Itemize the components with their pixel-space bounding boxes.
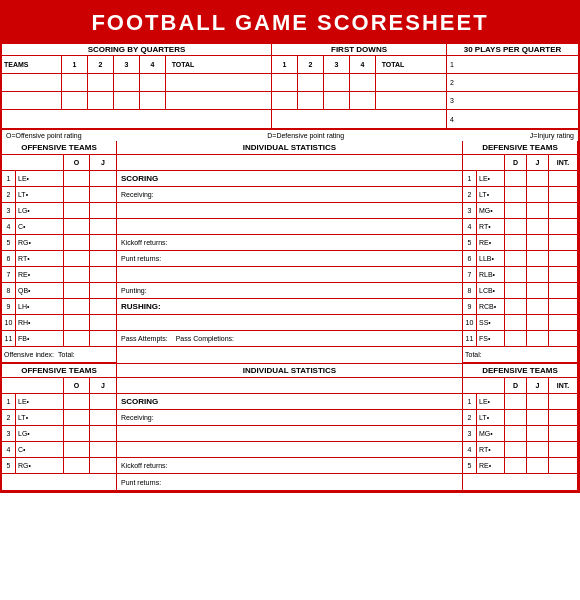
scoring-label-2: SCORING bbox=[117, 394, 462, 410]
second-team-section: OFFENSIVE TEAMS O J 1 LE• 2 LT• 3 LG• bbox=[2, 364, 578, 491]
def2-player-4: 4 RT• bbox=[463, 442, 577, 458]
scoring-section: SCORING BY QUARTERS TEAMS 1 2 3 4 TOTAL bbox=[2, 44, 578, 129]
q4-header: 4 bbox=[140, 56, 166, 73]
team1-q1[interactable] bbox=[62, 74, 88, 91]
def-player-2: 2 LT• bbox=[463, 187, 577, 203]
def-player-7: 7 RLB• bbox=[463, 267, 577, 283]
defensive-index-row: Total: bbox=[463, 347, 577, 363]
off-player-8: 8 QB• bbox=[2, 283, 116, 299]
team1-fd-q1[interactable] bbox=[272, 74, 298, 91]
off-player-7: 7 RE• bbox=[2, 267, 116, 283]
scoring-header: SCORING BY QUARTERS bbox=[2, 44, 271, 56]
fd-q1-header: 1 bbox=[272, 56, 298, 73]
kickoff-returns-label: Kickoff returns: bbox=[117, 235, 462, 251]
off-player-3: 3 LG• bbox=[2, 203, 116, 219]
total-header: TOTAL bbox=[166, 56, 200, 73]
fd-header-row: 1 2 3 4 TOTAL bbox=[272, 56, 446, 74]
team1-q4[interactable] bbox=[140, 74, 166, 91]
off2-player-4: 4 C• bbox=[2, 442, 116, 458]
def-player-4: 4 RT• bbox=[463, 219, 577, 235]
team1-fd-q2[interactable] bbox=[298, 74, 324, 91]
q1-header: 1 bbox=[62, 56, 88, 73]
team1-fd-q3[interactable] bbox=[324, 74, 350, 91]
off-j-col: J bbox=[90, 155, 116, 170]
plays-row-1: 1 bbox=[447, 56, 578, 74]
fd-total-header: TOTAL bbox=[376, 56, 410, 73]
main-stats-section: OFFENSIVE TEAMS O J 1 LE• 2 LT• 3 bbox=[2, 141, 578, 364]
q2-header: 2 bbox=[88, 56, 114, 73]
team1-fd-total[interactable] bbox=[376, 74, 410, 91]
team2-name[interactable] bbox=[2, 92, 62, 109]
indiv-spacer bbox=[117, 155, 462, 171]
scoring-label: SCORING bbox=[117, 171, 462, 187]
defensive-teams-col: DEFENSIVE TEAMS D J INT. 1 LE• 2 LT• bbox=[463, 141, 578, 363]
offensive-header: OFFENSIVE TEAMS bbox=[2, 141, 116, 155]
off-player-9: 9 LH• bbox=[2, 299, 116, 315]
team2-q2[interactable] bbox=[88, 92, 114, 109]
team2-fd-q2[interactable] bbox=[298, 92, 324, 109]
team2-score-row bbox=[2, 92, 271, 110]
def-player-9: 9 RCB• bbox=[463, 299, 577, 315]
def-player-5: 5 RE• bbox=[463, 235, 577, 251]
off-teams-2: OFFENSIVE TEAMS O J 1 LE• 2 LT• 3 LG• bbox=[2, 364, 117, 490]
off2-player-1: 1 LE• bbox=[2, 394, 116, 410]
off2-player-5: 5 RG• bbox=[2, 458, 116, 474]
individual-header: INDIVIDUAL STATISTICS bbox=[117, 141, 462, 155]
receiving-label: Receiving: bbox=[117, 187, 462, 203]
off-player-11: 11 FB• bbox=[2, 331, 116, 347]
teams-col-header: TEAMS bbox=[2, 56, 62, 73]
score-header-row: TEAMS 1 2 3 4 TOTAL bbox=[2, 56, 271, 74]
off-player-1: 1 LE• bbox=[2, 171, 116, 187]
def-header-2: DEFENSIVE TEAMS bbox=[463, 364, 577, 378]
rushing-label: RUSHING: bbox=[117, 299, 462, 315]
j-legend: J=Injury rating bbox=[530, 132, 574, 139]
team2-q3[interactable] bbox=[114, 92, 140, 109]
fd-q4-header: 4 bbox=[350, 56, 376, 73]
offensive-teams-col: OFFENSIVE TEAMS O J 1 LE• 2 LT• 3 bbox=[2, 141, 117, 363]
team2-total[interactable] bbox=[166, 92, 200, 109]
team1-total[interactable] bbox=[166, 74, 200, 91]
d-legend: D=Defensive point rating bbox=[267, 132, 344, 139]
team2-q4[interactable] bbox=[140, 92, 166, 109]
def-player-10: 10 SS• bbox=[463, 315, 577, 331]
scoring-by-quarters: SCORING BY QUARTERS TEAMS 1 2 3 4 TOTAL bbox=[2, 44, 272, 128]
def-j-col: J bbox=[527, 155, 549, 170]
kickoff-returns-label-2: Kickoff returns: bbox=[117, 458, 462, 474]
def-d-col: D bbox=[505, 155, 527, 170]
fd-q2-header: 2 bbox=[298, 56, 324, 73]
indiv-blank-1 bbox=[117, 203, 462, 219]
page-title: FOOTBALL GAME SCORESHEET bbox=[2, 2, 578, 44]
team2-fd-total[interactable] bbox=[376, 92, 410, 109]
def2-player-3: 3 MG• bbox=[463, 426, 577, 442]
plays-header: 30 PLAYS PER QUARTER bbox=[447, 44, 578, 56]
team1-fd-q4[interactable] bbox=[350, 74, 376, 91]
individual-stats-2: INDIVIDUAL STATISTICS SCORING Receiving:… bbox=[117, 364, 463, 490]
def-int-col: INT. bbox=[549, 155, 577, 170]
punt-returns-label-2: Punt returns: bbox=[117, 474, 462, 490]
indiv-blank-3 bbox=[117, 267, 462, 283]
team1-fd-row bbox=[272, 74, 446, 92]
team2-fd-q3[interactable] bbox=[324, 92, 350, 109]
def-teams-2: DEFENSIVE TEAMS D J INT. 1 LE• 2 LT• bbox=[463, 364, 578, 490]
punting-label: Punting: bbox=[117, 283, 462, 299]
team2-fd-q4[interactable] bbox=[350, 92, 376, 109]
plays-num-4: 4 bbox=[447, 116, 457, 123]
plays-per-quarter-section: 30 PLAYS PER QUARTER 1 2 3 4 bbox=[447, 44, 578, 128]
fd-q3-header: 3 bbox=[324, 56, 350, 73]
plays-num-2: 2 bbox=[447, 79, 457, 86]
team1-name[interactable] bbox=[2, 74, 62, 91]
individual-header-2: INDIVIDUAL STATISTICS bbox=[117, 364, 462, 378]
team2-q1[interactable] bbox=[62, 92, 88, 109]
legend-row: O=Offensive point rating D=Defensive poi… bbox=[2, 129, 578, 141]
punt-returns-label: Punt returns: bbox=[117, 251, 462, 267]
plays-num-1: 1 bbox=[447, 61, 457, 68]
team1-q2[interactable] bbox=[88, 74, 114, 91]
off-player-6: 6 RT• bbox=[2, 251, 116, 267]
team1-q3[interactable] bbox=[114, 74, 140, 91]
defensive-header: DEFENSIVE TEAMS bbox=[463, 141, 577, 155]
team2-fd-q1[interactable] bbox=[272, 92, 298, 109]
q3-header: 3 bbox=[114, 56, 140, 73]
plays-row-2: 2 bbox=[447, 74, 578, 92]
scoresheet-page: FOOTBALL GAME SCORESHEET SCORING BY QUAR… bbox=[0, 0, 580, 493]
plays-row-3: 3 bbox=[447, 92, 578, 110]
